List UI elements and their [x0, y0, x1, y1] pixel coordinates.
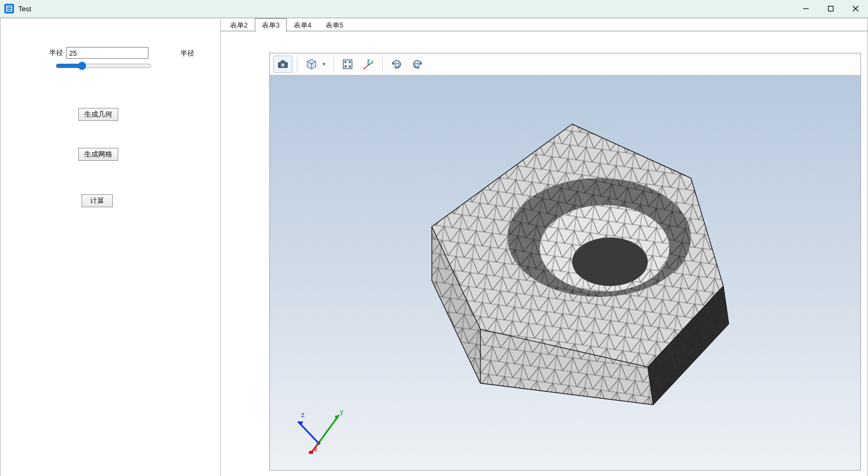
fit-to-window-icon[interactable]	[338, 56, 357, 73]
svg-point-10	[282, 64, 284, 66]
svg-rect-4	[829, 6, 833, 11]
viewer-area: ▼	[269, 53, 861, 471]
close-button[interactable]	[843, 0, 868, 17]
rotate-ccw-icon[interactable]	[408, 56, 427, 73]
minimize-button[interactable]	[794, 0, 818, 17]
svg-rect-8	[281, 60, 285, 63]
svg-text:x: x	[314, 446, 317, 453]
view-cube-icon[interactable]	[302, 56, 321, 73]
mesh-render	[345, 113, 767, 416]
tab-bar: 表单2 表单3 表单4 表单5	[221, 18, 867, 31]
generate-mesh-button[interactable]: 生成网格	[78, 148, 118, 161]
window-title: Test	[18, 5, 31, 13]
view-cube-dropdown[interactable]: ▼	[321, 62, 327, 67]
maximize-button[interactable]	[818, 0, 843, 17]
generate-geometry-button[interactable]: 生成几何	[78, 108, 118, 121]
svg-point-49	[317, 441, 321, 445]
3d-viewport[interactable]: y z x	[270, 76, 860, 470]
tab-form4[interactable]: 表单4	[287, 18, 318, 32]
viewer-toolbar: ▼	[270, 53, 860, 76]
radius-slider[interactable]	[56, 62, 152, 70]
svg-text:z: z	[301, 411, 304, 419]
svg-rect-25	[415, 63, 419, 67]
svg-line-19	[368, 62, 373, 65]
svg-text:z: z	[369, 58, 370, 62]
svg-rect-0	[6, 6, 12, 11]
compute-button[interactable]: 计算	[82, 194, 113, 207]
app-icon	[4, 4, 14, 13]
axis-triad-icon: y z x	[291, 405, 345, 454]
tab-form3[interactable]: 表单3	[255, 18, 287, 32]
svg-text:y: y	[340, 408, 343, 416]
svg-line-40	[318, 415, 339, 443]
svg-text:x: x	[363, 66, 365, 70]
tab-form2[interactable]: 表单2	[223, 18, 255, 32]
radius-right-label: 半径	[180, 49, 194, 58]
svg-point-38	[572, 237, 648, 286]
tab-form5[interactable]: 表单5	[318, 18, 350, 32]
sidebar-panel: 半径 半径 生成几何 生成网格 计算	[1, 18, 221, 476]
axis-orientation-icon[interactable]: z y x	[358, 56, 378, 73]
rotate-cw-icon[interactable]	[387, 56, 406, 73]
svg-text:y: y	[371, 59, 373, 62]
main-panel: 表单2 表单3 表单4 表单5	[221, 18, 867, 476]
titlebar: Test	[0, 0, 868, 18]
radius-label: 半径	[49, 48, 63, 58]
radius-input[interactable]	[66, 47, 148, 59]
svg-rect-24	[395, 63, 399, 67]
camera-icon[interactable]	[273, 56, 293, 73]
